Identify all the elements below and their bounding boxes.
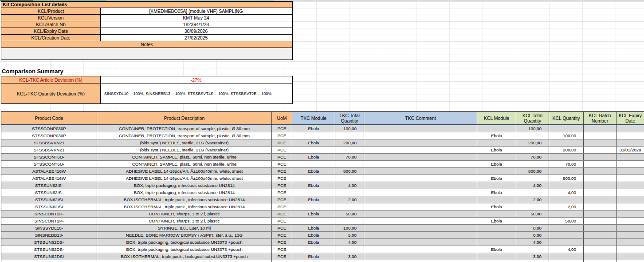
cell-kcl-batch-number[interactable] — [584, 182, 617, 189]
cell-kcl-total-quantity[interactable]: 3,00 — [516, 253, 549, 260]
cell-product-description[interactable]: ADHESIVE LABEL 14-16pcs/A4, Ã±100x40mm, … — [97, 175, 272, 182]
cell-tkc-module[interactable] — [292, 175, 335, 182]
cell-tkc-total-quantity[interactable]: 100,00 — [335, 225, 364, 231]
cell-tkc-module[interactable] — [292, 203, 335, 210]
cell-product-description[interactable]: SYRINGE, s.u., Luer, 10 ml — [97, 225, 272, 231]
detail-label-creation[interactable]: KCL/Creation Date — [1, 35, 101, 41]
header-desc[interactable]: Product Description — [97, 112, 272, 124]
cell-tkc-module[interactable] — [292, 218, 335, 224]
cell-uom[interactable]: PCE — [272, 132, 292, 139]
cell-product-code[interactable]: STSSUN62DS- — [1, 239, 97, 246]
cell-tkc-comment[interactable] — [364, 232, 477, 238]
cell-kcl-module[interactable] — [477, 125, 516, 132]
cell-product-code[interactable]: SINSCONT2P- — [1, 218, 97, 224]
cell-tkc-module[interactable]: Ebola — [292, 154, 335, 160]
cell-kcl-module[interactable]: Ebola — [477, 132, 516, 139]
cell-kcl-module[interactable]: Ebola — [477, 161, 516, 167]
notes-value-area[interactable] — [1, 48, 292, 60]
cell-tkc-total-quantity[interactable] — [335, 246, 364, 253]
cell-kcl-quantity[interactable]: 800,00 — [549, 175, 584, 182]
cell-product-code[interactable]: ASTALABE416W — [1, 168, 97, 175]
cell-tkc-comment[interactable] — [364, 225, 477, 231]
cell-tkc-comment[interactable] — [364, 168, 477, 175]
cell-kcl-batch-number[interactable] — [584, 125, 617, 132]
cell-kcl-total-quantity[interactable] — [516, 161, 549, 167]
cell-tkc-comment[interactable] — [364, 203, 477, 210]
cell-kcl-total-quantity[interactable] — [516, 175, 549, 182]
cell-product-description[interactable]: BOX ISOTHERMAL, triple pack., infectious… — [97, 203, 272, 210]
cell-product-code[interactable]: STSSUN62IS- — [1, 182, 97, 189]
cell-kcl-batch-number[interactable] — [584, 232, 617, 238]
cell-product-description[interactable]: BOX ISOTHERMAL, triple pack., biological… — [97, 260, 272, 262]
cell-kcl-total-quantity[interactable]: 100,00 — [516, 125, 549, 132]
cell-kcl-expiry-date[interactable] — [617, 139, 644, 146]
cell-product-description[interactable]: (blds.syst.) NEEDLE, sterile, 21G (Vacut… — [97, 147, 272, 153]
cell-product-description[interactable]: BOX, triple packaging, infectious substa… — [97, 189, 272, 196]
cell-product-description[interactable]: BOX, triple packaging, infectious substa… — [97, 182, 272, 189]
cell-kcl-total-quantity[interactable] — [516, 246, 549, 253]
cell-tkc-comment[interactable] — [364, 125, 477, 132]
cell-kcl-total-quantity[interactable] — [516, 260, 549, 262]
cell-product-code[interactable]: SINSNEBB13- — [1, 232, 97, 238]
cell-kcl-quantity[interactable]: 70,00 — [549, 161, 584, 167]
cell-product-description[interactable]: BOX ISOTHERMAL, triple pack., biological… — [97, 253, 272, 260]
cell-tkc-module[interactable]: Ebola — [292, 196, 335, 203]
cell-kcl-total-quantity[interactable]: 4,00 — [516, 239, 549, 246]
cell-tkc-comment[interactable] — [364, 139, 477, 146]
cell-tkc-module[interactable]: Ebola — [292, 232, 335, 238]
cell-kcl-batch-number[interactable] — [584, 210, 617, 217]
cell-kcl-total-quantity[interactable]: 70,00 — [516, 154, 549, 160]
cell-product-code[interactable]: ASTALABE416W — [1, 175, 97, 182]
cell-product-description[interactable]: (blds.syst.) NEEDLE, sterile, 21G (Vacut… — [97, 139, 272, 146]
cell-tkc-comment[interactable] — [364, 132, 477, 139]
cell-kcl-batch-number[interactable] — [584, 139, 617, 146]
cell-kcl-quantity[interactable]: 50,00 — [549, 218, 584, 224]
cell-kcl-quantity[interactable]: 100,00 — [549, 132, 584, 139]
cell-product-code[interactable]: STSSUN62ISI — [1, 203, 97, 210]
cell-tkc-comment[interactable] — [364, 260, 477, 262]
cell-tkc-total-quantity[interactable] — [335, 161, 364, 167]
cell-tkc-comment[interactable] — [364, 196, 477, 203]
cell-kcl-total-quantity[interactable]: 0,00 — [516, 225, 549, 231]
cell-kcl-module[interactable]: Ebola — [477, 175, 516, 182]
cell-tkc-module[interactable] — [292, 132, 335, 139]
cell-kcl-module[interactable]: Ebola — [477, 147, 516, 153]
detail-label-version[interactable]: KCL/Version — [1, 15, 101, 21]
quantity-deviation-label[interactable]: KCL-TKC Quantity Deviation (%) — [1, 83, 101, 103]
cell-kcl-total-quantity[interactable]: 0,00 — [516, 232, 549, 238]
cell-kcl-total-quantity[interactable]: 2,00 — [516, 196, 549, 203]
cell-kcl-module[interactable] — [477, 225, 516, 231]
cell-tkc-module[interactable]: Ebola — [292, 168, 335, 175]
article-deviation-label[interactable]: KCL-TKC Article Deviation (%) — [1, 76, 101, 83]
cell-kcl-module[interactable]: Ebola — [477, 203, 516, 210]
cell-kcl-batch-number[interactable] — [584, 154, 617, 160]
cell-kcl-quantity[interactable] — [549, 139, 584, 146]
detail-label-batch[interactable]: KCL/Batch Nb — [1, 21, 101, 28]
cell-kcl-total-quantity[interactable]: 200,00 — [516, 139, 549, 146]
cell-tkc-total-quantity[interactable]: 2,00 — [335, 196, 364, 203]
cell-kcl-expiry-date[interactable] — [617, 196, 644, 203]
cell-tkc-module[interactable] — [292, 189, 335, 196]
cell-kcl-quantity[interactable] — [549, 125, 584, 132]
cell-uom[interactable]: PCE — [272, 196, 292, 203]
cell-tkc-total-quantity[interactable] — [335, 175, 364, 182]
header-code[interactable]: Product Code — [1, 112, 97, 124]
cell-kcl-expiry-date[interactable] — [617, 154, 644, 160]
header-kcl-qty[interactable]: KCL Quantity — [549, 112, 584, 124]
cell-kcl-total-quantity[interactable] — [516, 189, 549, 196]
cell-kcl-batch-number[interactable] — [584, 260, 617, 262]
cell-kcl-module[interactable] — [477, 139, 516, 146]
cell-product-code[interactable]: STSSCONP030P — [1, 125, 97, 132]
cell-kcl-expiry-date[interactable] — [617, 189, 644, 196]
cell-kcl-total-quantity[interactable]: 4,00 — [516, 182, 549, 189]
cell-tkc-total-quantity[interactable]: 3,00 — [335, 253, 364, 260]
cell-kcl-batch-number[interactable] — [584, 218, 617, 224]
detail-value-batch[interactable]: 182394/1/28 — [101, 21, 291, 28]
cell-tkc-module[interactable]: Ebola — [292, 139, 335, 146]
cell-product-code[interactable]: STSSCONT6U- — [1, 161, 97, 167]
cell-uom[interactable]: PCE — [272, 260, 292, 262]
cell-kcl-module[interactable] — [477, 168, 516, 175]
cell-uom[interactable]: PCE — [272, 239, 292, 246]
cell-product-description[interactable]: NEEDLE, BONE MARROW BIOPSY / ASPIR. ster… — [97, 232, 272, 238]
cell-tkc-comment[interactable] — [364, 253, 477, 260]
